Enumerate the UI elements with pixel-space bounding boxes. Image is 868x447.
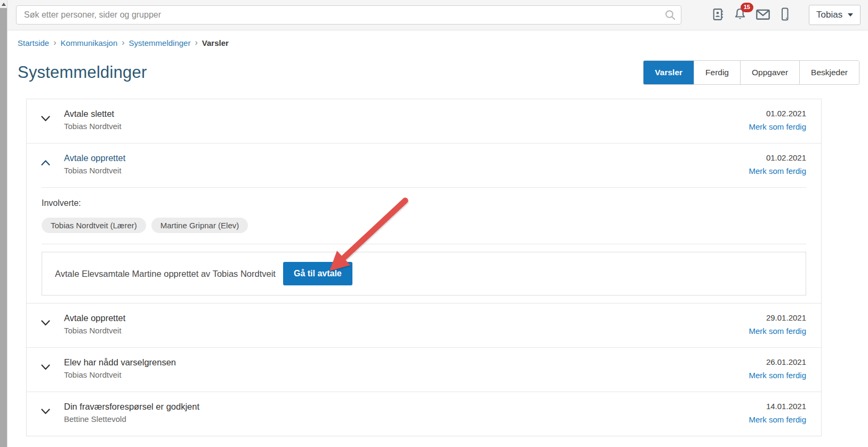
- tab-beskjeder[interactable]: Beskjeder: [799, 61, 859, 84]
- expand-button[interactable]: [41, 320, 50, 328]
- mark-as-done-link[interactable]: Merk som ferdig: [749, 326, 806, 336]
- breadcrumb-separator-icon: ›: [122, 38, 124, 47]
- notification-row: Avtale slettet Tobias Nordtveit 01.02.20…: [27, 99, 821, 143]
- notification-row: Elev har nådd varselgrensen Tobias Nordt…: [27, 347, 821, 392]
- breadcrumb-systemmeldinger[interactable]: Systemmeldinger: [129, 38, 191, 47]
- notification-row: Din fraværsforespørsel er godkjent Betti…: [27, 392, 821, 436]
- notification-sender: Tobias Nordtveit: [64, 166, 806, 175]
- notification-row-header[interactable]: Avtale opprettet Tobias Nordtveit 29.01.…: [27, 304, 821, 347]
- expand-button[interactable]: [41, 115, 50, 123]
- breadcrumb-startside[interactable]: Startside: [18, 38, 49, 47]
- notification-detail-panel: Involverte: Tobias Nordtveit (Lærer) Mar…: [27, 187, 821, 303]
- notification-title: Avtale slettet: [64, 109, 806, 119]
- notification-meta: 01.02.2021 Merk som ferdig: [749, 109, 806, 132]
- message-type-tabs: Varsler Ferdig Oppgaver Beskjeder: [643, 60, 859, 85]
- notification-date: 14.01.2021: [749, 402, 806, 411]
- notification-title: Din fraværsforespørsel er godkjent: [64, 402, 806, 412]
- page-content: Startside › Kommunikasjon › Systemmeldin…: [7, 31, 868, 436]
- tab-oppgaver[interactable]: Oppgaver: [740, 61, 799, 84]
- notification-title: Avtale opprettet: [64, 153, 806, 163]
- search-icon[interactable]: [664, 9, 676, 23]
- notifications-button[interactable]: 15: [733, 7, 747, 23]
- notification-date: 01.02.2021: [749, 153, 806, 162]
- breadcrumb-current: Varsler: [202, 38, 229, 47]
- breadcrumb-separator-icon: ›: [53, 38, 56, 47]
- expand-button[interactable]: [41, 408, 50, 416]
- global-search: [16, 5, 681, 25]
- notification-count-badge: 15: [741, 3, 753, 12]
- notification-sender: Tobias Nordtveit: [64, 370, 806, 379]
- tab-ferdig[interactable]: Ferdig: [694, 61, 740, 84]
- page-title: Systemmeldinger: [18, 63, 147, 82]
- notification-row-header[interactable]: Elev har nådd varselgrensen Tobias Nordt…: [27, 348, 821, 392]
- mark-as-done-link[interactable]: Merk som ferdig: [749, 415, 806, 424]
- scroll-up-button[interactable]: [0, 0, 7, 8]
- notification-sender: Tobias Nordtveit: [64, 122, 806, 131]
- notification-meta: 14.01.2021 Merk som ferdig: [749, 402, 806, 425]
- search-input[interactable]: [16, 5, 681, 25]
- scroll-up-arrow-icon: [2, 3, 6, 6]
- breadcrumb: Startside › Kommunikasjon › Systemmeldin…: [18, 38, 859, 47]
- chevron-down-icon: [41, 409, 50, 414]
- notification-date: 29.01.2021: [749, 313, 806, 322]
- notification-row-header[interactable]: Din fraværsforespørsel er godkjent Betti…: [27, 392, 821, 436]
- messages-envelope-icon: [756, 7, 770, 23]
- involved-person-chip: Martine Gripnar (Elev): [151, 218, 248, 233]
- mark-as-done-link[interactable]: Merk som ferdig: [749, 122, 806, 131]
- mark-as-done-link[interactable]: Merk som ferdig: [749, 371, 806, 380]
- mark-as-done-link[interactable]: Merk som ferdig: [749, 166, 806, 175]
- notification-row: Avtale opprettet Tobias Nordtveit 29.01.…: [27, 303, 821, 347]
- notification-row-header[interactable]: Avtale slettet Tobias Nordtveit 01.02.20…: [27, 99, 821, 143]
- notification-date: 26.01.2021: [749, 357, 806, 366]
- notification-message-box: Avtale Elevsamtale Martine opprettet av …: [42, 252, 806, 296]
- involved-chips: Tobias Nordtveit (Lærer) Martine Gripnar…: [42, 218, 806, 233]
- app-window: 15 Tobias Startside › Kommunikasjon: [0, 0, 868, 447]
- chevron-down-icon: [41, 364, 50, 370]
- expand-button[interactable]: [41, 364, 50, 372]
- collapse-button[interactable]: [41, 159, 50, 167]
- vertical-scrollbar[interactable]: [0, 0, 7, 447]
- notification-title: Avtale opprettet: [64, 313, 806, 323]
- contacts-icon: [711, 7, 725, 23]
- notification-meta: 26.01.2021 Merk som ferdig: [749, 357, 806, 380]
- tab-varsler[interactable]: Varsler: [644, 61, 694, 84]
- top-header-bar: 15 Tobias: [7, 0, 868, 30]
- go-to-agreement-button[interactable]: Gå til avtale: [283, 262, 352, 285]
- notification-sender: Bettine Slettevold: [64, 414, 806, 424]
- notification-sender: Tobias Nordtveit: [64, 326, 806, 335]
- breadcrumb-separator-icon: ›: [195, 38, 197, 47]
- involved-label: Involverte:: [42, 198, 806, 208]
- chevron-down-icon: [41, 320, 50, 326]
- notification-row-header[interactable]: Avtale opprettet Tobias Nordtveit 01.02.…: [27, 143, 821, 187]
- notifications-list: Avtale slettet Tobias Nordtveit 01.02.20…: [26, 99, 822, 436]
- chevron-up-icon: [41, 160, 50, 166]
- notification-row-expanded: Avtale opprettet Tobias Nordtveit 01.02.…: [27, 143, 821, 303]
- notification-message-text: Avtale Elevsamtale Martine opprettet av …: [55, 269, 276, 279]
- notification-date: 01.02.2021: [749, 109, 806, 118]
- chevron-down-icon: [848, 13, 853, 17]
- divider: [42, 244, 806, 244]
- title-row: Systemmeldinger Varsler Ferdig Oppgaver …: [18, 60, 859, 85]
- notification-meta: 29.01.2021 Merk som ferdig: [749, 313, 806, 336]
- involved-person-chip: Tobias Nordtveit (Lærer): [42, 218, 146, 233]
- scrollbar-thumb[interactable]: [0, 8, 7, 447]
- notification-meta: 01.02.2021 Merk som ferdig: [749, 153, 806, 176]
- user-menu-button[interactable]: Tobias: [809, 5, 861, 25]
- mobile-phone-icon: [779, 7, 791, 23]
- messages-button[interactable]: [756, 7, 770, 23]
- breadcrumb-kommunikasjon[interactable]: Kommunikasjon: [61, 38, 118, 47]
- mobile-button[interactable]: [779, 7, 791, 23]
- contacts-button[interactable]: [711, 7, 725, 23]
- divider: [42, 187, 806, 188]
- user-menu-label: Tobias: [816, 10, 842, 20]
- header-icon-cluster: 15 Tobias: [711, 5, 861, 25]
- chevron-down-icon: [41, 116, 50, 122]
- notification-title: Elev har nådd varselgrensen: [64, 357, 806, 368]
